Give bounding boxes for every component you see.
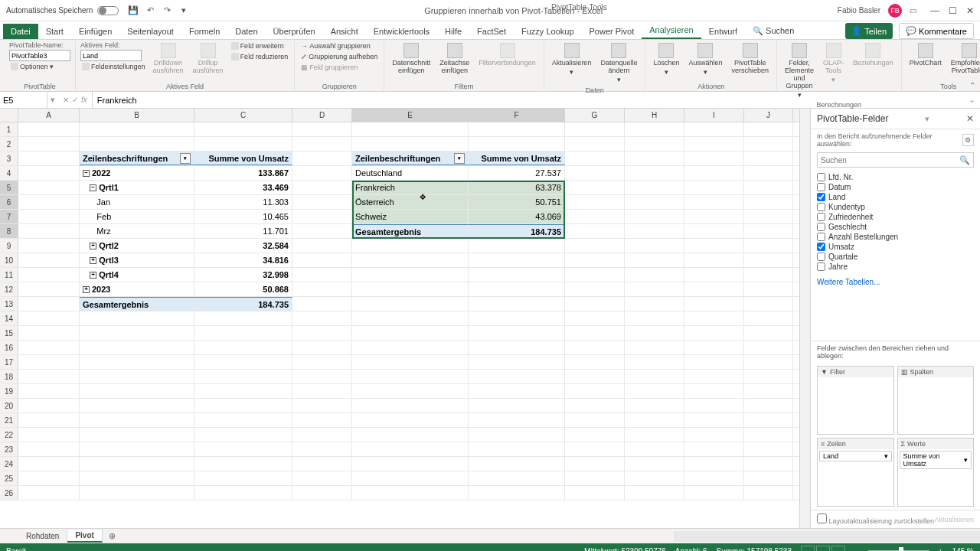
accept-formula-icon[interactable]: ✓: [72, 96, 78, 104]
options-button[interactable]: Optionen ▾: [9, 62, 55, 71]
expand-collapse-icon[interactable]: +: [83, 286, 90, 293]
expand-collapse-icon[interactable]: −: [90, 184, 96, 191]
cell[interactable]: [292, 311, 352, 325]
cell[interactable]: [625, 210, 684, 223]
cell[interactable]: [565, 355, 625, 369]
cell[interactable]: [292, 268, 352, 282]
cell[interactable]: [352, 471, 469, 485]
cell[interactable]: [18, 355, 80, 369]
cell[interactable]: [625, 486, 684, 500]
relations-button[interactable]: Beziehungen: [850, 41, 897, 69]
cell[interactable]: +2023: [80, 282, 194, 296]
tab-formulas[interactable]: Formeln: [181, 24, 227, 39]
cell[interactable]: [194, 471, 292, 485]
cell[interactable]: [18, 268, 80, 282]
row-header[interactable]: 6: [0, 195, 18, 209]
cell[interactable]: [744, 282, 793, 296]
cell[interactable]: [744, 413, 793, 427]
field-checkbox[interactable]: [817, 183, 825, 191]
comments-button[interactable]: 💬 Kommentare: [899, 23, 974, 39]
cell[interactable]: [469, 471, 565, 485]
cell[interactable]: [352, 413, 469, 427]
cell[interactable]: Zeilenbeschriftungen▾: [80, 152, 194, 165]
row-header[interactable]: 12: [0, 282, 18, 296]
field-item[interactable]: Umsatz: [817, 242, 974, 252]
cell[interactable]: [625, 166, 684, 180]
cell[interactable]: [469, 370, 565, 383]
redo-icon[interactable]: ↷: [162, 5, 172, 16]
cell[interactable]: [744, 166, 793, 180]
fieldpane-close-icon[interactable]: ✕: [966, 113, 974, 124]
cell[interactable]: [80, 486, 194, 500]
cell[interactable]: [80, 355, 194, 369]
cell[interactable]: [684, 224, 744, 238]
col-header-A[interactable]: A: [18, 109, 80, 122]
cell[interactable]: 50.751: [469, 195, 565, 209]
cell[interactable]: [292, 413, 352, 427]
cell[interactable]: [565, 341, 625, 354]
cell[interactable]: [565, 268, 625, 282]
cell[interactable]: [292, 195, 352, 209]
cell[interactable]: [744, 471, 793, 485]
cell[interactable]: [194, 428, 292, 442]
fieldpane-dropdown-icon[interactable]: ▾: [925, 114, 929, 124]
cell[interactable]: [18, 341, 80, 354]
cell[interactable]: [469, 428, 565, 442]
ribbon-display-icon[interactable]: ▭: [910, 6, 916, 15]
tab-page-layout[interactable]: Seitenlayout: [119, 24, 181, 39]
row-header[interactable]: 10: [0, 253, 18, 267]
formula-expand-icon[interactable]: ⌄: [964, 95, 980, 105]
tab-help[interactable]: Hilfe: [437, 24, 469, 39]
cell[interactable]: [625, 341, 684, 354]
cell[interactable]: [565, 297, 625, 311]
cell[interactable]: [292, 166, 352, 180]
expand-collapse-icon[interactable]: +: [90, 272, 96, 279]
zoom-out-icon[interactable]: −: [854, 547, 859, 552]
field-checkbox[interactable]: [817, 193, 825, 201]
cell[interactable]: [469, 282, 565, 296]
cell[interactable]: [684, 137, 744, 151]
cell[interactable]: [292, 224, 352, 238]
cell[interactable]: Summe von Umsatz: [194, 152, 292, 165]
cell[interactable]: [469, 341, 565, 354]
cell[interactable]: [565, 224, 625, 238]
timeline-button[interactable]: Zeitachse einfügen: [436, 41, 472, 77]
cell[interactable]: 63.378: [469, 181, 565, 194]
view-page-layout-icon[interactable]: [816, 546, 830, 551]
cell[interactable]: [194, 457, 292, 471]
cell[interactable]: [352, 122, 469, 136]
calc-fields-button[interactable]: Felder, Elemente und Gruppen ▾: [782, 41, 817, 100]
cell[interactable]: [292, 428, 352, 442]
cell[interactable]: [194, 341, 292, 354]
cell[interactable]: [625, 137, 684, 151]
cell[interactable]: [469, 413, 565, 427]
cell[interactable]: [565, 326, 625, 340]
cell[interactable]: [744, 311, 793, 325]
row-header[interactable]: 26: [0, 486, 18, 500]
col-header-F[interactable]: F: [469, 109, 565, 122]
cell[interactable]: [625, 195, 684, 209]
zoom-in-icon[interactable]: +: [939, 547, 943, 552]
cell[interactable]: [684, 210, 744, 223]
cell[interactable]: [469, 399, 565, 412]
name-box-dropdown-icon[interactable]: ▾: [47, 95, 58, 105]
cell[interactable]: [292, 152, 352, 165]
cell[interactable]: [744, 384, 793, 398]
group-selection-button[interactable]: → Auswahl gruppieren: [299, 41, 372, 51]
cell[interactable]: [565, 457, 625, 471]
pt-name-input[interactable]: [9, 50, 70, 61]
cell[interactable]: [18, 239, 80, 253]
cell[interactable]: [565, 370, 625, 383]
row-header[interactable]: 13: [0, 297, 18, 311]
row-header[interactable]: 8: [0, 224, 18, 238]
cell[interactable]: [469, 122, 565, 136]
cell[interactable]: [80, 384, 194, 398]
cell[interactable]: [18, 224, 80, 238]
pivotchart-button[interactable]: PivotChart: [906, 41, 945, 69]
olap-button[interactable]: OLAP-Tools ▾: [820, 41, 847, 86]
cell[interactable]: [80, 370, 194, 383]
cell[interactable]: 10.465: [194, 210, 292, 223]
vertical-scrollbar[interactable]: [799, 109, 810, 528]
cell[interactable]: [194, 486, 292, 500]
expand-collapse-icon[interactable]: +: [90, 257, 96, 264]
